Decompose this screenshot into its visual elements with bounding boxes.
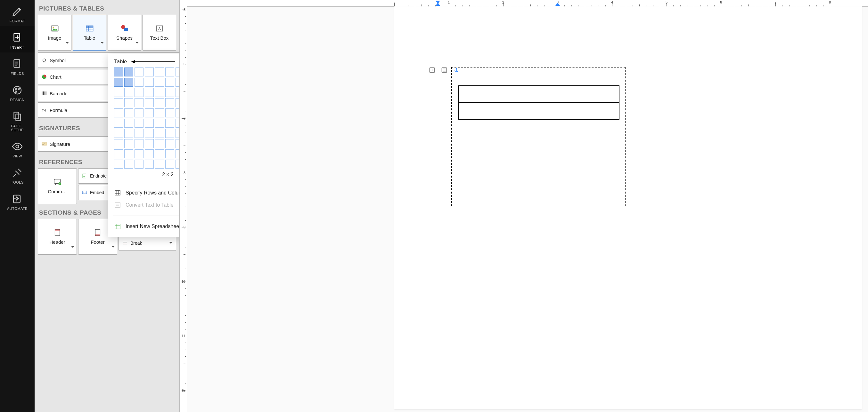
table-grid-cell[interactable] [176, 149, 180, 158]
table-size-grid[interactable] [114, 68, 180, 169]
comment-button[interactable]: Comm… [38, 168, 77, 204]
table-grid-cell[interactable] [124, 129, 133, 138]
text-frame[interactable] [451, 67, 625, 206]
table-grid-cell[interactable] [114, 78, 123, 87]
table-grid-cell[interactable] [165, 139, 174, 148]
table-grid-cell[interactable] [155, 139, 164, 148]
table-grid-cell[interactable] [114, 88, 123, 97]
nav-view[interactable]: VIEW [0, 135, 35, 161]
table-grid-cell[interactable] [114, 108, 123, 117]
table-grid-cell[interactable] [124, 160, 133, 169]
table-grid-cell[interactable] [145, 78, 154, 87]
table-grid-cell[interactable] [176, 160, 180, 169]
table-grid-cell[interactable] [165, 160, 174, 169]
table-grid-cell[interactable] [165, 88, 174, 97]
table-grid-cell[interactable] [124, 68, 133, 76]
table-grid-cell[interactable] [155, 160, 164, 169]
table-grid-cell[interactable] [134, 108, 144, 117]
add-block-button[interactable] [428, 66, 437, 74]
block-options-button[interactable] [440, 66, 449, 74]
table-grid-cell[interactable] [165, 78, 174, 87]
table-grid-cell[interactable] [114, 129, 123, 138]
inserted-table[interactable] [458, 85, 619, 119]
table-grid-cell[interactable] [155, 78, 164, 87]
table-grid-cell[interactable] [176, 129, 180, 138]
table-grid-cell[interactable] [165, 149, 174, 158]
table-grid-cell[interactable] [134, 129, 144, 138]
table-grid-cell[interactable] [134, 149, 144, 158]
header-button[interactable]: Header [38, 219, 77, 254]
shapes-button[interactable]: Shapes [107, 15, 141, 50]
document-page[interactable] [394, 6, 862, 409]
table-grid-cell[interactable] [176, 68, 180, 76]
table-grid-cell[interactable] [145, 149, 154, 158]
table-grid-cell[interactable] [134, 160, 144, 169]
table-grid-cell[interactable] [145, 88, 154, 97]
nav-automate[interactable]: AUTOMATE [0, 187, 35, 214]
table-cell[interactable] [539, 103, 619, 119]
table-grid-cell[interactable] [114, 139, 123, 148]
table-grid-cell[interactable] [176, 119, 180, 128]
anchor-icon[interactable] [452, 66, 461, 74]
table-grid-cell[interactable] [165, 108, 174, 117]
table-grid-cell[interactable] [145, 119, 154, 128]
table-grid-cell[interactable] [124, 149, 133, 158]
table-grid-cell[interactable] [134, 68, 144, 76]
textbox-button[interactable]: A Text Box [143, 15, 176, 50]
table-grid-cell[interactable] [176, 88, 180, 97]
table-grid-cell[interactable] [155, 129, 164, 138]
nav-page-setup[interactable]: PAGE SETUP [0, 105, 35, 135]
table-grid-cell[interactable] [145, 160, 154, 169]
table-grid-cell[interactable] [114, 160, 123, 169]
table-cell[interactable] [539, 86, 619, 103]
table-grid-cell[interactable] [176, 108, 180, 117]
table-grid-cell[interactable] [124, 78, 133, 87]
table-grid-cell[interactable] [165, 68, 174, 76]
nav-fields[interactable]: FIELDS [0, 53, 35, 79]
table-grid-cell[interactable] [114, 98, 123, 107]
table-grid-cell[interactable] [134, 119, 144, 128]
table-grid-cell[interactable] [145, 129, 154, 138]
table-grid-cell[interactable] [176, 78, 180, 87]
table-grid-cell[interactable] [124, 139, 133, 148]
table-cell[interactable] [459, 86, 539, 103]
table-grid-cell[interactable] [134, 139, 144, 148]
table-grid-cell[interactable] [155, 149, 164, 158]
table-grid-cell[interactable] [155, 88, 164, 97]
nav-insert[interactable]: INSERT [0, 26, 35, 53]
table-grid-cell[interactable] [145, 139, 154, 148]
table-grid-cell[interactable] [165, 119, 174, 128]
horizontal-ruler[interactable]: 12345678 [180, 0, 868, 7]
table-grid-cell[interactable] [176, 139, 180, 148]
ruler-tab-marker[interactable] [436, 3, 440, 6]
table-grid-cell[interactable] [155, 108, 164, 117]
break-button[interactable]: Break [119, 235, 176, 251]
table-grid-cell[interactable] [145, 108, 154, 117]
table-grid-cell[interactable] [114, 68, 123, 76]
table-grid-cell[interactable] [165, 129, 174, 138]
nav-tools[interactable]: TOOLS [0, 161, 35, 187]
table-grid-cell[interactable] [155, 68, 164, 76]
table-grid-cell[interactable] [134, 78, 144, 87]
insert-spreadsheet-item[interactable]: Insert New Spreadsheet [114, 220, 180, 233]
vertical-ruler[interactable]: 1234567891011121314151617181920 [180, 6, 187, 412]
table-grid-cell[interactable] [165, 98, 174, 107]
table-grid-cell[interactable] [134, 98, 144, 107]
table-grid-cell[interactable] [145, 98, 154, 107]
table-grid-cell[interactable] [124, 108, 133, 117]
table-grid-cell[interactable] [114, 149, 123, 158]
table-grid-cell[interactable] [134, 88, 144, 97]
table-grid-cell[interactable] [155, 98, 164, 107]
nav-design[interactable]: DESIGN [0, 79, 35, 105]
image-button[interactable]: Image [38, 15, 71, 50]
table-cell[interactable] [459, 103, 539, 119]
table-grid-cell[interactable] [124, 98, 133, 107]
table-grid-cell[interactable] [176, 98, 180, 107]
ruler-tab-marker[interactable] [555, 3, 560, 6]
table-grid-cell[interactable] [124, 88, 133, 97]
nav-format[interactable]: FORMAT [0, 0, 35, 26]
table-grid-cell[interactable] [124, 119, 133, 128]
table-button[interactable]: Table [73, 15, 106, 50]
table-grid-cell[interactable] [145, 68, 154, 76]
table-grid-cell[interactable] [114, 119, 123, 128]
